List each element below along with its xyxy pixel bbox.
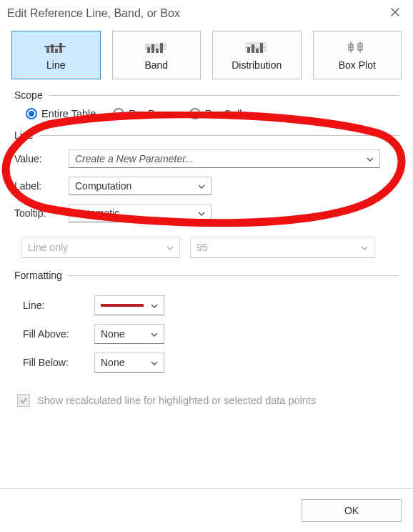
scope-legend: Scope (14, 89, 43, 101)
line-mode-dropdown[interactable]: Line only (21, 237, 180, 258)
label-selected: Computation (75, 180, 131, 192)
divider (39, 135, 399, 136)
line-section: Line Value: Create a New Parameter... La… (0, 122, 413, 258)
tab-distribution[interactable]: Distribution (212, 31, 302, 79)
radio-per-pane[interactable]: Per Pane (113, 108, 171, 119)
fill-below-value: None (101, 357, 124, 368)
recalculated-label: Show recalculated line for highlighted o… (37, 395, 316, 406)
chevron-down-icon (198, 181, 205, 191)
value-label: Value: (14, 153, 61, 164)
value-dropdown[interactable]: Create a New Parameter... (69, 149, 380, 168)
radio-dot-icon (113, 108, 124, 119)
radio-entire-table[interactable]: Entire Table (26, 108, 96, 119)
fill-above-value: None (101, 328, 124, 340)
line-icon (44, 39, 67, 55)
fill-above-label: Fill Above: (23, 328, 87, 340)
dialog-footer: OK (0, 488, 413, 532)
chevron-down-icon (151, 329, 158, 339)
fill-above-dropdown[interactable]: None (94, 324, 164, 344)
titlebar: Edit Reference Line, Band, or Box (0, 0, 413, 26)
tab-line-label: Line (46, 59, 65, 71)
svg-rect-2 (55, 49, 58, 53)
radio-dot-icon (26, 108, 37, 119)
svg-rect-3 (59, 43, 62, 53)
svg-rect-0 (46, 47, 49, 53)
format-line-label: Line: (23, 300, 87, 311)
radio-dot-icon (189, 108, 201, 119)
tab-distribution-label: Distribution (232, 59, 282, 71)
value-selected: Create a New Parameter... (75, 153, 194, 164)
recalculated-checkbox[interactable] (17, 394, 30, 407)
tooltip-label: Tooltip: (14, 207, 61, 219)
radio-cell-label: Per Cell (205, 108, 242, 119)
radio-entire-label: Entire Table (41, 108, 96, 119)
svg-rect-8 (156, 49, 159, 53)
tooltip-selected: Automatic (75, 207, 119, 219)
svg-rect-10 (245, 42, 267, 45)
tab-boxplot-label: Box Plot (339, 59, 376, 71)
confidence-dropdown[interactable]: 95 (190, 237, 374, 258)
chevron-down-icon (198, 208, 205, 218)
label-dropdown[interactable]: Computation (69, 177, 212, 195)
line-style-swatch (101, 304, 144, 307)
divider (49, 95, 399, 96)
distribution-icon (245, 39, 268, 55)
chevron-down-icon (151, 300, 158, 310)
fill-below-label: Fill Below: (23, 357, 87, 368)
label-label: Label: (14, 180, 61, 192)
divider (68, 275, 399, 276)
ok-label: OK (344, 505, 359, 516)
fill-below-dropdown[interactable]: None (94, 353, 164, 373)
band-icon (145, 39, 168, 55)
line-mode-value: Line only (28, 242, 68, 253)
svg-rect-9 (160, 43, 163, 53)
scope-section: Scope Entire Table Per Pane Per Cell (0, 87, 413, 122)
radio-pane-label: Per Pane (129, 108, 171, 119)
svg-rect-13 (247, 47, 250, 53)
dialog-title: Edit Reference Line, Band, or Box (7, 7, 180, 20)
formatting-section: Formatting Line: Fill Above: None Fill B… (0, 258, 413, 407)
svg-rect-7 (151, 44, 154, 53)
tooltip-dropdown[interactable]: Automatic (69, 204, 212, 222)
line-style-dropdown[interactable] (94, 295, 164, 315)
tab-strip: Line Band Distribution Box Plot (0, 26, 413, 87)
line-legend: Line (14, 129, 33, 141)
svg-rect-15 (256, 49, 259, 53)
tab-band-label: Band (144, 59, 168, 71)
svg-rect-1 (51, 44, 54, 53)
tab-band[interactable]: Band (112, 31, 201, 79)
chevron-down-icon (361, 242, 368, 252)
ok-button[interactable]: OK (302, 499, 402, 522)
radio-per-cell[interactable]: Per Cell (189, 108, 242, 119)
tab-line[interactable]: Line (11, 31, 101, 79)
confidence-value: 95 (196, 242, 208, 253)
boxplot-icon (346, 39, 369, 55)
chevron-down-icon (166, 242, 174, 252)
chevron-down-icon (367, 154, 374, 164)
svg-rect-16 (260, 43, 263, 53)
svg-rect-6 (147, 47, 150, 53)
formatting-legend: Formatting (14, 270, 62, 281)
chevron-down-icon (151, 358, 158, 368)
svg-rect-14 (252, 44, 254, 53)
close-icon[interactable] (386, 4, 404, 22)
tab-boxplot[interactable]: Box Plot (313, 31, 402, 79)
